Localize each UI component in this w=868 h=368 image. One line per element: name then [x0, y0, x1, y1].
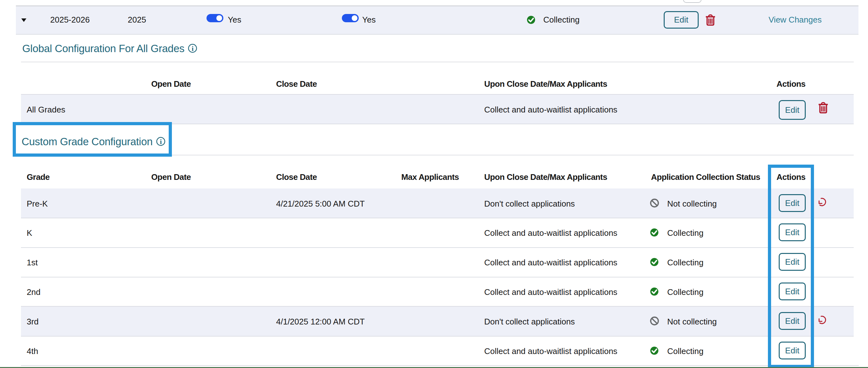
- svg-text:i: i: [192, 44, 194, 53]
